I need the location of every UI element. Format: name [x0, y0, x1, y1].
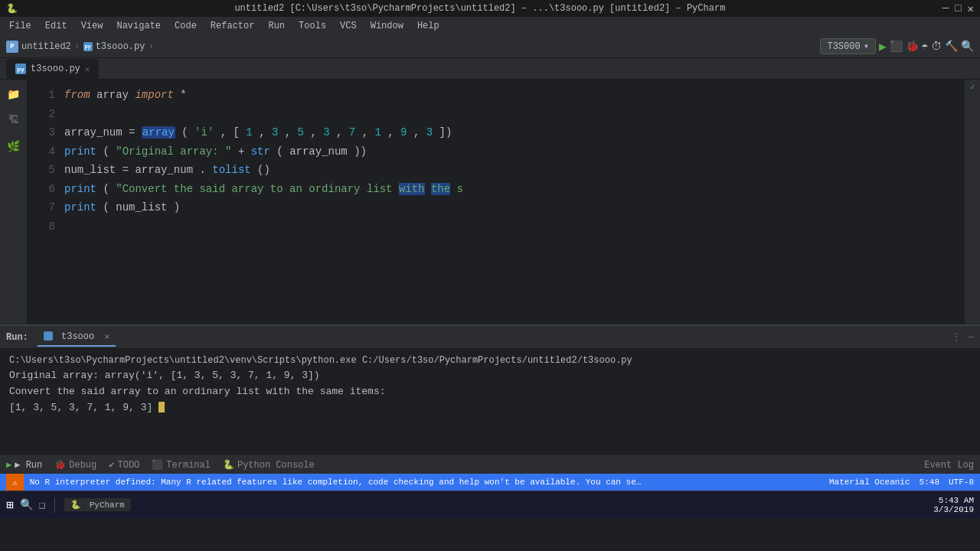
keyword-import: import: [135, 89, 173, 101]
terminal-area: Run: t3sooo ✕ ⋮ ─ C:\Users\t3so\PycharmP…: [0, 324, 980, 474]
terminal-minimize-icon[interactable]: ─: [968, 331, 974, 344]
project-sidebar-icon[interactable]: 📁: [5, 86, 22, 103]
python-console-tool[interactable]: 🐍 Python Console: [223, 459, 315, 471]
title-bar-controls: ─ □ ✕: [942, 2, 974, 15]
menu-view[interactable]: View: [75, 19, 109, 33]
terminal-tab-t3sooo[interactable]: t3sooo ✕: [38, 328, 116, 347]
tab-t3sooo[interactable]: py t3sooo.py ✕: [6, 59, 99, 79]
taskbar-pycharm-label: PyCharm: [90, 500, 125, 510]
punct-c1: ,: [259, 126, 272, 139]
punct-dot5: .: [199, 164, 205, 176]
code-content[interactable]: from array import * array_num = array: [64, 80, 965, 324]
menu-window[interactable]: Window: [364, 19, 410, 33]
punct-s4: (: [276, 145, 283, 158]
stop-button[interactable]: ⬛: [890, 40, 903, 53]
fn-str: str: [251, 145, 270, 158]
menu-help[interactable]: Help: [411, 19, 446, 33]
breadcrumb-sep-2: ›: [148, 41, 154, 52]
terminal-tabs: Run: t3sooo ✕ ⋮ ─: [0, 326, 980, 349]
status-theme[interactable]: Material Oceanic: [829, 478, 910, 487]
var-array-num3: array_num: [135, 164, 193, 176]
menu-navigate[interactable]: Navigate: [110, 19, 167, 33]
project-icon: P: [6, 41, 18, 53]
profile-button[interactable]: ⏱: [931, 41, 942, 53]
search-everywhere-icon[interactable]: 🔍: [961, 40, 974, 53]
project-name[interactable]: untitled2: [21, 41, 71, 52]
tab-label: t3sooo.py: [31, 64, 80, 74]
close-button[interactable]: ✕: [968, 2, 974, 15]
module-array: array: [96, 89, 135, 101]
tab-close-button[interactable]: ✕: [85, 64, 90, 74]
start-button[interactable]: ⊞: [6, 497, 14, 513]
punct-comma-bracket: , [: [220, 126, 240, 139]
punct-c4: ,: [336, 126, 349, 139]
code-line-8: [64, 217, 965, 236]
breadcrumb-sep-1: ›: [74, 41, 80, 52]
debug-tool[interactable]: 🐞 Debug: [54, 459, 96, 471]
punct-c6: ,: [387, 126, 400, 139]
run-button[interactable]: ▶: [879, 39, 887, 54]
status-line-col[interactable]: 5:48: [920, 478, 939, 487]
var-array-num2: array_num: [289, 145, 348, 158]
run-config-dropdown-icon[interactable]: ▾: [864, 41, 869, 52]
editor[interactable]: 1 2 3 4 5 6 7 8 from array: [28, 80, 980, 324]
line-num-8: 8: [28, 217, 55, 236]
run-tool-icon: ▶: [6, 459, 11, 471]
event-log-tool[interactable]: Event Log: [924, 460, 974, 471]
terminal-cmd: C:\Users\t3so\PycharmProjects\untitled2\…: [9, 354, 971, 368]
menu-run[interactable]: Run: [262, 19, 291, 33]
fn-tolist: tolist: [212, 164, 250, 176]
terminal-tab-close[interactable]: ✕: [104, 332, 109, 341]
minimize-button[interactable]: ─: [942, 2, 949, 15]
fn-print4: print: [64, 145, 96, 158]
python-console-icon: 🐍: [223, 459, 234, 471]
num-5a: 5: [298, 126, 304, 139]
tab-bar: py t3sooo.py ✕: [0, 58, 980, 80]
taskbar-search[interactable]: 🔍: [20, 498, 33, 511]
menu-refactor[interactable]: Refactor: [204, 19, 261, 33]
terminal-cursor: [158, 402, 165, 412]
taskbar: ⊞ 🔍 ❑ 🐍 PyCharm 5:43 AM 3/3/2019: [0, 491, 980, 518]
num-3a: 3: [272, 126, 278, 139]
nav-filename[interactable]: t3sooo.py: [96, 41, 145, 52]
terminal-tool[interactable]: ⬛ Terminal: [152, 459, 211, 471]
status-warning[interactable]: ⚠: [6, 474, 24, 491]
run-config-selector[interactable]: T3S000 ▾: [820, 38, 875, 54]
str-the: the: [431, 183, 450, 195]
todo-label: TODO: [118, 460, 140, 471]
str-i: 'i': [194, 126, 214, 139]
menu-edit[interactable]: Edit: [39, 19, 74, 33]
line-num-3: 3: [28, 123, 55, 142]
run-tool[interactable]: ▶ ▶ Run: [6, 459, 42, 471]
coverage-button[interactable]: ☂: [922, 40, 928, 53]
file-py-icon: py: [83, 42, 93, 51]
str-with: with: [399, 183, 425, 195]
menu-vcs[interactable]: VCS: [334, 19, 363, 33]
build-button[interactable]: 🔨: [945, 40, 958, 53]
punct-p6: (: [103, 183, 109, 195]
menu-file[interactable]: File: [3, 19, 38, 33]
menu-code[interactable]: Code: [168, 19, 203, 33]
var-array-num: array_num: [64, 126, 122, 139]
nav-bar: P untitled2 › py t3sooo.py › T3S000 ▾ ▶ …: [0, 35, 980, 58]
status-encoding[interactable]: UTF-8: [949, 478, 974, 487]
python-console-label: Python Console: [237, 460, 315, 471]
taskbar-time: 5:43 AM: [933, 496, 974, 505]
todo-tool[interactable]: ✔ TODO: [109, 459, 139, 471]
menu-tools[interactable]: Tools: [292, 19, 332, 33]
left-sidebar: 📁 🏗 🌿: [0, 80, 28, 324]
right-gutter: ✓: [965, 80, 980, 324]
git-icon[interactable]: 🌿: [5, 138, 22, 155]
op-equals: =: [129, 126, 142, 139]
debug-button[interactable]: 🐞: [906, 40, 919, 53]
maximize-button[interactable]: □: [955, 2, 961, 15]
taskbar-taskview[interactable]: ❑: [39, 498, 45, 511]
terminal-tab-label: t3sooo: [61, 331, 94, 342]
taskbar-pycharm[interactable]: 🐍 PyCharm: [64, 498, 131, 511]
op-equals2: =: [122, 164, 136, 176]
structure-icon[interactable]: 🏗: [5, 112, 22, 129]
punct-p4: (: [103, 145, 109, 158]
menu-bar: File Edit View Navigate Code Refactor Ru…: [0, 17, 980, 35]
terminal-menu-icon[interactable]: ⋮: [951, 331, 962, 344]
terminal-tab-icon: [44, 331, 53, 341]
